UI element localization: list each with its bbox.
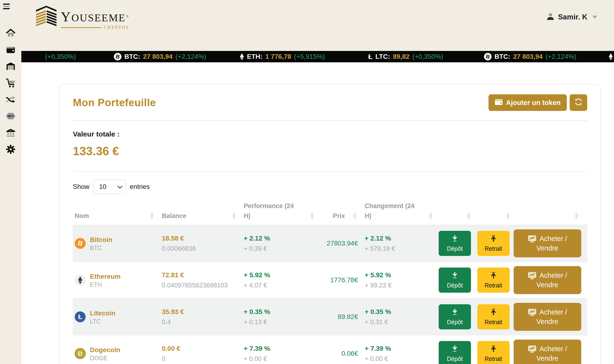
coin-symbol: DOGE <box>90 355 120 362</box>
sidebar-item-settings[interactable] <box>5 144 16 155</box>
sidebar: NFT <box>0 0 21 364</box>
sidebar-item-storage[interactable] <box>5 62 16 72</box>
deposit-button-btc[interactable]: Dépôt <box>439 231 471 256</box>
user-menu[interactable]: Samir. K <box>546 12 597 22</box>
column-header-nom[interactable]: Nom <box>73 211 157 221</box>
monitor-chart-icon <box>528 308 537 316</box>
balance-quantity: 0.00066836 <box>162 245 239 252</box>
ticker-change: (+2,124%) <box>546 53 576 60</box>
sort-icon <box>575 212 578 221</box>
buy-sell-button-ltc[interactable]: Acheter /Vendre <box>514 303 581 331</box>
sidebar-item-swap[interactable] <box>5 95 16 105</box>
portfolio-row-ltc: ŁLitecoinLTC35.93 €0.4+ 0.35 %+ 0.13 €89… <box>73 299 587 335</box>
column-header-actions-3[interactable] <box>513 212 582 221</box>
download-icon <box>451 308 458 317</box>
sort-icon <box>232 212 236 221</box>
ticker-symbol: BTC: <box>494 53 510 60</box>
upload-icon <box>490 272 497 280</box>
performance-percent: + 7.39 % <box>244 345 317 352</box>
column-header-actions-2[interactable] <box>474 212 513 221</box>
price: 27803.94€ <box>317 240 360 247</box>
column-header-prix[interactable]: Prix <box>317 211 360 221</box>
sidebar-item-cart[interactable] <box>5 78 16 88</box>
change-percent: + 7.39 % <box>365 345 436 352</box>
sort-icon <box>310 212 314 221</box>
page-size-select[interactable]: 10 <box>93 180 126 194</box>
buy-sell-button-btc[interactable]: Acheter /Vendre <box>514 229 581 257</box>
home-icon <box>6 28 16 39</box>
column-header-actions-1[interactable] <box>436 212 474 221</box>
refresh-button[interactable] <box>570 94 587 111</box>
table-body: BBitcoinBTC18.58 €0.00066836+ 2.12 %+ 0.… <box>73 225 587 364</box>
chevron-down-icon <box>592 16 597 19</box>
performance-value: + 0.00 € <box>244 355 317 363</box>
ticker-change: (+5,915%) <box>294 53 325 60</box>
deposit-button-ltc[interactable]: Dépôt <box>439 304 471 329</box>
btc-coin-icon: B <box>75 238 86 249</box>
upload-icon <box>490 345 497 353</box>
divider <box>73 120 587 121</box>
upload-icon <box>490 235 497 243</box>
total-value-label: Valeur totale : <box>73 130 587 138</box>
download-icon <box>451 272 458 280</box>
deposit-button-doge[interactable]: Dépôt <box>439 341 471 364</box>
sidebar-item-nft[interactable]: NFT <box>5 111 16 121</box>
price: 89.82€ <box>317 313 360 321</box>
gear-icon <box>6 144 16 155</box>
withdraw-button-ltc[interactable]: Retrait <box>477 304 510 329</box>
price: 1776.78€ <box>317 276 360 284</box>
ticker-item-btc: BBTC:27 803,94(+2,124%) <box>484 51 576 62</box>
brand-subtitle: CRYPTOS <box>104 25 130 30</box>
sidebar-nav: NFT <box>0 28 21 155</box>
wallet-add-icon <box>495 98 503 107</box>
column-label: Nom <box>75 211 89 221</box>
sidebar-item-home[interactable] <box>5 28 16 39</box>
balance-fiat: 72.81 € <box>162 271 239 279</box>
portfolio-row-doge: ÐDogecoinDOGE0.00 €0+ 7.39 %+ 0.00 €0.06… <box>73 335 587 364</box>
column-header-performance-24-h[interactable]: Performance (24 H) <box>239 201 317 221</box>
ticker-change: (+0,350%) <box>412 53 443 60</box>
user-avatar-icon <box>546 12 555 22</box>
shuffle-icon <box>6 94 16 105</box>
monitor-chart-icon <box>528 345 537 353</box>
top-header: YOUSEEME® CRYPTOS Samir. K <box>0 0 614 51</box>
sidebar-item-bank[interactable] <box>5 128 16 138</box>
ticker-change: (+2,124%) <box>175 53 206 60</box>
column-header-balance[interactable]: Balance <box>157 211 239 221</box>
building-logo-icon <box>36 6 57 29</box>
ticker-item: (+0,350%) <box>45 51 76 62</box>
buy-sell-button-doge[interactable]: Acheter /Vendre <box>514 339 581 364</box>
download-icon <box>451 235 458 243</box>
ticker-price: 27 803,94 <box>513 53 543 60</box>
monitor-chart-icon <box>528 235 537 243</box>
menu-toggle-button[interactable] <box>2 2 11 11</box>
withdraw-button-doge[interactable]: Retrait <box>477 341 510 364</box>
change-percent: + 2.12 % <box>365 234 436 242</box>
sort-icon <box>150 212 154 221</box>
monitor-chart-icon <box>528 272 537 280</box>
change-value: + 0.31 € <box>365 318 436 326</box>
bank-icon <box>6 128 16 138</box>
coin-name: Bitcoin <box>90 235 112 244</box>
add-token-button[interactable]: Ajouter un token <box>489 94 567 111</box>
ticker-price: 89,82 <box>393 53 409 60</box>
buy-sell-button-eth[interactable]: Acheter /Vendre <box>514 266 581 294</box>
show-label: Show <box>73 183 89 191</box>
sidebar-item-wallet[interactable] <box>5 45 16 55</box>
coin-name: Dogecoin <box>90 346 120 354</box>
portfolio-table: NomBalancePerformance (24 H)PrixChangeme… <box>73 199 587 364</box>
user-name: Samir. K <box>558 13 587 21</box>
deposit-button-eth[interactable]: Dépôt <box>439 268 471 293</box>
doge-coin-icon: Ð <box>75 348 86 359</box>
withdraw-button-btc[interactable]: Retrait <box>477 231 510 256</box>
withdraw-button-eth[interactable]: Retrait <box>477 268 510 293</box>
brand-name: YOUSEEME® <box>61 10 129 24</box>
column-header-changement-24-h[interactable]: Changement (24 H) <box>360 201 436 221</box>
ltc-coin-icon: Ł <box>75 312 86 322</box>
ticker-symbol: ETH: <box>247 53 262 60</box>
column-label: Changement (24 H) <box>365 201 416 221</box>
ticker-item-ltc: ŁLTC:89,82(+0,350%) <box>368 51 443 62</box>
performance-percent: + 5.92 % <box>244 271 317 279</box>
column-label: Performance (24 H) <box>244 201 295 221</box>
ticker-item-btc: BBTC:27 803,94(+2,124%) <box>114 51 206 62</box>
